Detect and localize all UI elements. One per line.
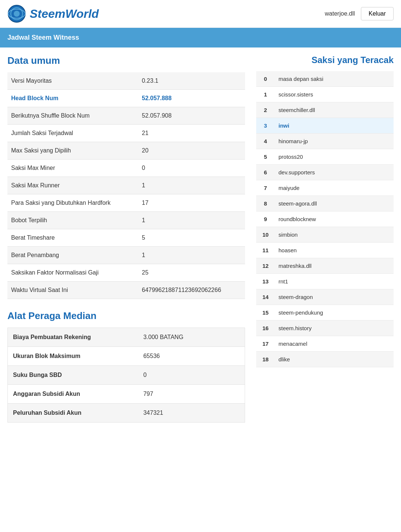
main-layout: Data umum Versi Mayoritas 0.23.1 Head Bl… — [0, 47, 401, 430]
witness-table: 0 masa depan saksi 1 scissor.sisters 2 s… — [256, 71, 394, 367]
row-value: 1 — [138, 177, 245, 194]
witness-name[interactable]: menacamel — [275, 336, 394, 352]
row-value: 25 — [138, 264, 245, 282]
row-value: 1 — [138, 247, 245, 264]
username-display: waterjoe.dll — [325, 10, 355, 17]
witness-rank: 9 — [256, 211, 275, 227]
row-value[interactable]: 52.057.888 — [138, 90, 245, 107]
witness-name[interactable]: steem-dragon — [275, 289, 394, 305]
row-value: 21 — [138, 125, 245, 142]
list-item: 2 steemchiller.dll — [256, 102, 394, 118]
witness-rank: 4 — [256, 134, 275, 149]
row-value: 0 — [138, 366, 245, 385]
list-item: 8 steem-agora.dll — [256, 196, 394, 211]
witness-name[interactable]: masa depan saksi — [275, 71, 394, 87]
table-row: Berikutnya Shuffle Block Num 52.057.908 — [7, 107, 245, 125]
row-label: Suku Bunga SBD — [8, 366, 138, 385]
list-item: 14 steem-dragon — [256, 289, 394, 305]
list-item: 13 rnt1 — [256, 274, 394, 289]
row-label: Berat Timeshare — [7, 229, 138, 247]
median-title: Alat Peraga Median — [7, 310, 245, 322]
row-value: 647996218871123692062266 — [138, 282, 245, 299]
witness-rank: 3 — [256, 118, 275, 134]
list-item: 5 protoss20 — [256, 149, 394, 165]
right-column: Saksi yang Teracak 0 masa depan saksi 1 … — [252, 47, 401, 430]
list-item: 3 inwi — [256, 118, 394, 134]
witness-rank: 5 — [256, 149, 275, 165]
list-item: 10 simbion — [256, 227, 394, 243]
row-label: Berikutnya Shuffle Block Num — [7, 107, 138, 125]
witness-name[interactable]: rnt1 — [275, 274, 394, 289]
row-value: 1 — [138, 212, 245, 229]
witness-rank: 11 — [256, 243, 275, 258]
witness-name[interactable]: scissor.sisters — [275, 87, 394, 102]
list-item: 9 roundblocknew — [256, 211, 394, 227]
row-label: Ukuran Blok Maksimum — [8, 347, 138, 366]
witness-rank: 15 — [256, 305, 275, 321]
steemworld-logo-icon — [7, 4, 26, 23]
data-umum-title: Data umum — [7, 55, 245, 66]
witness-rank: 0 — [256, 71, 275, 87]
saksi-title: Saksi yang Teracak — [256, 55, 394, 65]
witness-rank: 7 — [256, 180, 275, 196]
row-value: 0.23.1 — [138, 72, 245, 90]
witness-name[interactable]: steem-pendukung — [275, 305, 394, 321]
row-value: 65536 — [138, 347, 245, 366]
table-row: Saksikan Faktor Normalisasi Gaji 25 — [7, 264, 245, 282]
witness-rank: 2 — [256, 102, 275, 118]
page-header-bar: Jadwal Steem Witness — [0, 28, 401, 47]
row-value: 20 — [138, 142, 245, 160]
row-value: 52.057.908 — [138, 107, 245, 125]
table-row: Max Saksi yang Dipilih 20 — [7, 142, 245, 160]
list-item: 7 maiyude — [256, 180, 394, 196]
row-value: 3.000 BATANG — [138, 328, 245, 347]
witness-name[interactable]: inwi — [275, 118, 394, 134]
witness-name[interactable]: steemchiller.dll — [275, 102, 394, 118]
list-item: 4 hinomaru-jp — [256, 134, 394, 149]
row-label: Berat Penambang — [7, 247, 138, 264]
table-row: Saksi Max Miner 0 — [7, 160, 245, 177]
witness-name[interactable]: protoss20 — [275, 149, 394, 165]
list-item: 17 menacamel — [256, 336, 394, 352]
row-label: Biaya Pembuatan Rekening — [8, 328, 138, 347]
row-label: Head Block Num — [7, 90, 138, 107]
witness-name[interactable]: maiyude — [275, 180, 394, 196]
row-value: 347321 — [138, 404, 245, 423]
row-label: Bobot Terpilih — [7, 212, 138, 229]
row-label: Versi Mayoritas — [7, 72, 138, 90]
row-label: Saksi Max Miner — [7, 160, 138, 177]
row-label: Peluruhan Subsidi Akun — [8, 404, 138, 423]
row-label: Anggaran Subsidi Akun — [8, 385, 138, 404]
witness-rank: 13 — [256, 274, 275, 289]
row-label: Jumlah Saksi Terjadwal — [7, 125, 138, 142]
witness-name[interactable]: dlike — [275, 352, 394, 367]
witness-name[interactable]: hinomaru-jp — [275, 134, 394, 149]
table-row: Versi Mayoritas 0.23.1 — [7, 72, 245, 90]
witness-name[interactable]: roundblocknew — [275, 211, 394, 227]
table-row: Berat Timeshare 5 — [7, 229, 245, 247]
witness-name[interactable]: steem.history — [275, 321, 394, 336]
list-item: 1 scissor.sisters — [256, 87, 394, 102]
witness-rank: 1 — [256, 87, 275, 102]
row-label: Max Saksi yang Dipilih — [7, 142, 138, 160]
witness-rank: 16 — [256, 321, 275, 336]
page-title: Jadwal Steem Witness — [7, 34, 79, 41]
table-row: Saksi Max Runner 1 — [7, 177, 245, 194]
table-row: Jumlah Saksi Terjadwal 21 — [7, 125, 245, 142]
witness-rank: 14 — [256, 289, 275, 305]
row-value: 0 — [138, 160, 245, 177]
row-label: Waktu Virtual Saat Ini — [7, 282, 138, 299]
table-row: Bobot Terpilih 1 — [7, 212, 245, 229]
list-item: 11 hoasen — [256, 243, 394, 258]
witness-name[interactable]: simbion — [275, 227, 394, 243]
logo-text: SteemWorld — [30, 7, 99, 21]
general-data-table: Versi Mayoritas 0.23.1 Head Block Num 52… — [7, 72, 245, 299]
witness-name[interactable]: dev.supporters — [275, 165, 394, 180]
witness-name[interactable]: hoasen — [275, 243, 394, 258]
keluar-button[interactable]: Keluar — [361, 7, 394, 20]
table-row: Head Block Num 52.057.888 — [7, 90, 245, 107]
witness-name[interactable]: matreshka.dll — [275, 258, 394, 274]
table-row: Para Saksi yang Dibutuhkan Hardfork 17 — [7, 194, 245, 212]
row-label: Saksi Max Runner — [7, 177, 138, 194]
witness-name[interactable]: steem-agora.dll — [275, 196, 394, 211]
